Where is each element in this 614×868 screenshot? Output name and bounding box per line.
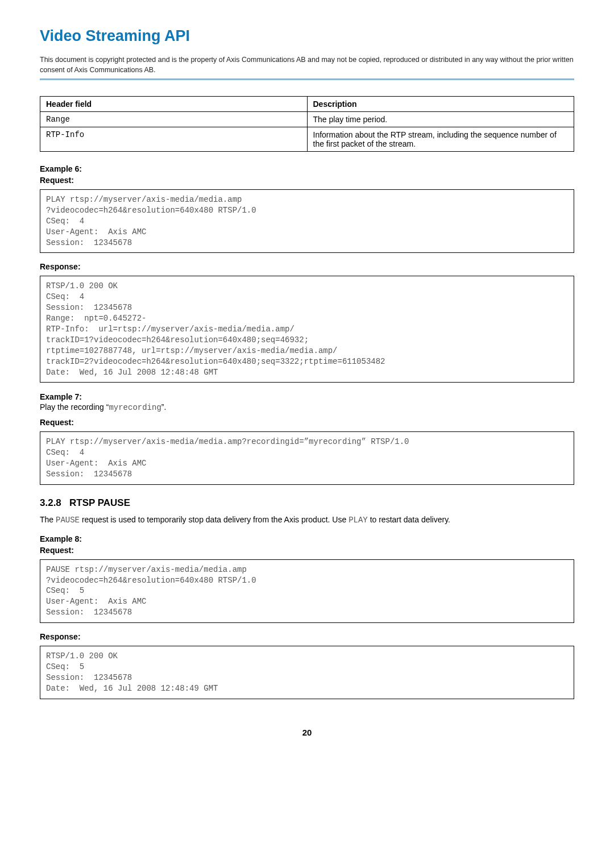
header-divider bbox=[40, 78, 574, 80]
example7-label: Example 7: bbox=[40, 392, 82, 401]
section-heading: 3.2.8 RTSP PAUSE bbox=[40, 497, 574, 509]
example8-request-code: PAUSE rtsp://myserver/axis-media/media.a… bbox=[40, 559, 574, 623]
table-cell-description: The play time period. bbox=[307, 112, 574, 127]
example7-desc-mono: myrecording bbox=[109, 403, 161, 412]
section-para-mono1: PAUSE bbox=[56, 516, 80, 525]
page-number: 20 bbox=[40, 728, 574, 737]
example7-desc-suffix: ”. bbox=[161, 402, 167, 412]
example8-response-code: RTSP/1.0 200 OK CSeq: 5 Session: 1234567… bbox=[40, 646, 574, 699]
example6-request-label: Request: bbox=[40, 176, 574, 185]
example7-desc-prefix: Play the recording “ bbox=[40, 402, 109, 412]
page-title: Video Streaming API bbox=[40, 27, 574, 45]
table-row: Range The play time period. bbox=[40, 112, 574, 127]
example8-request-label: Request: bbox=[40, 546, 574, 555]
section-para-c: to restart data delivery. bbox=[368, 515, 450, 524]
section-title: RTSP PAUSE bbox=[69, 497, 130, 508]
example7-heading: Example 7: Play the recording “myrecordi… bbox=[40, 392, 574, 412]
copyright-notice: This document is copyright protected and… bbox=[40, 55, 574, 75]
example8-label: Example 8: bbox=[40, 534, 574, 543]
example6-response-code: RTSP/1.0 200 OK CSeq: 4 Session: 1234567… bbox=[40, 276, 574, 383]
table-header-description: Description bbox=[307, 97, 574, 112]
section-para-a: The bbox=[40, 515, 56, 524]
example7-request-code: PLAY rtsp://myserver/axis-media/media.am… bbox=[40, 431, 574, 485]
section-paragraph: The PAUSE request is used to temporarily… bbox=[40, 514, 574, 526]
table-header-field: Header field bbox=[40, 97, 308, 112]
table-cell-field: Range bbox=[40, 112, 308, 127]
table-cell-field: RTP-Info bbox=[40, 127, 308, 152]
example6-label: Example 6: bbox=[40, 164, 574, 173]
example7-request-label: Request: bbox=[40, 418, 574, 427]
example8-response-label: Response: bbox=[40, 632, 574, 641]
example6-request-code: PLAY rtsp://myserver/axis-media/media.am… bbox=[40, 189, 574, 253]
table-cell-description: Information about the RTP stream, includ… bbox=[307, 127, 574, 152]
header-fields-table: Header field Description Range The play … bbox=[40, 96, 574, 152]
section-number: 3.2.8 bbox=[40, 497, 61, 508]
table-row: RTP-Info Information about the RTP strea… bbox=[40, 127, 574, 152]
example6-response-label: Response: bbox=[40, 262, 574, 271]
section-para-b: request is used to temporarily stop data… bbox=[80, 515, 349, 524]
section-para-mono2: PLAY bbox=[349, 516, 368, 525]
